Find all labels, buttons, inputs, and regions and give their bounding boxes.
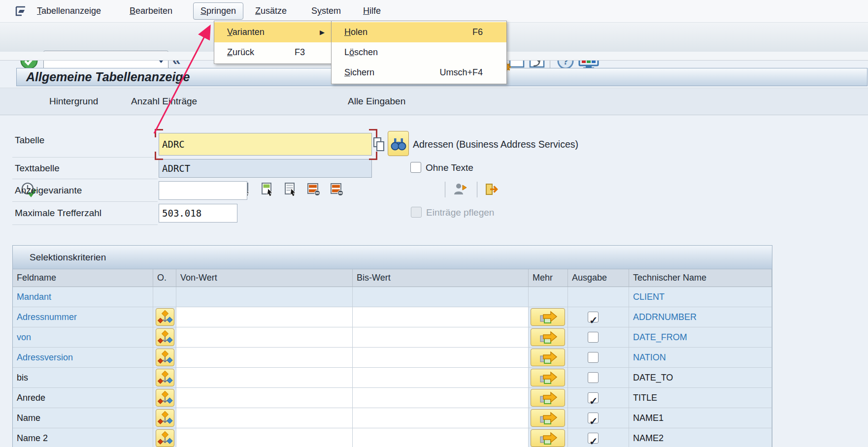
menu-bar: Tabellenanzeige Bearbeiten Springen Zusä… (0, 0, 868, 23)
output-checkbox[interactable] (588, 312, 599, 322)
selection-option-button[interactable] (156, 409, 174, 427)
field-name: bis (13, 368, 153, 387)
delete-all-inputs-icon[interactable] (330, 182, 344, 199)
menu-item-holen[interactable]: Holen F6 (332, 22, 506, 42)
springen-dropdown-menu: Varianten ▶ Zurück F3 (214, 21, 332, 64)
search-binoculars-button[interactable] (388, 131, 409, 156)
von-wert-cell[interactable] (176, 327, 353, 348)
technical-name: NATION (629, 348, 771, 367)
von-wert-cell[interactable] (176, 388, 353, 408)
menu-item-l-schen[interactable]: Löschen (332, 42, 506, 63)
selection-option-button[interactable] (156, 369, 174, 386)
selection-table-row: Anrede (13, 388, 772, 408)
selection-table-row: Name 2 (13, 428, 772, 447)
selection-option-button[interactable] (156, 389, 174, 407)
multiple-selection-button[interactable] (531, 328, 565, 346)
maintain-entries-checkbox[interactable] (411, 207, 422, 218)
select-block-icon[interactable] (261, 182, 275, 199)
output-checkbox[interactable] (588, 413, 599, 423)
table-input[interactable] (159, 133, 372, 156)
focus-corner (369, 152, 377, 160)
multiple-selection-button[interactable] (531, 429, 565, 447)
technical-name: DATE_FROM (629, 327, 771, 347)
text-table-label: Texttabelle (12, 158, 158, 179)
column-header-feldname: Feldname (13, 269, 153, 287)
von-wert-cell[interactable] (176, 408, 353, 428)
selection-criteria-group: Selektionskriterien Feldname O. Von-Wert… (12, 245, 772, 447)
selection-option-button[interactable] (156, 429, 174, 447)
selection-option-button[interactable] (156, 349, 174, 366)
von-wert-cell[interactable] (176, 348, 353, 368)
multiple-selection-button[interactable] (531, 409, 565, 427)
technical-name: TITLE (629, 388, 771, 408)
multiple-selection-button[interactable] (531, 349, 565, 366)
bis-wert-cell[interactable] (353, 327, 529, 348)
von-wert-cell[interactable] (176, 287, 353, 307)
technical-name: CLIENT (629, 287, 771, 307)
bis-wert-cell[interactable] (353, 368, 529, 388)
user-parameters-icon[interactable] (452, 182, 468, 199)
multiple-selection-button[interactable] (531, 389, 565, 407)
focus-corner (369, 129, 377, 137)
von-wert-cell[interactable] (176, 428, 353, 447)
output-checkbox[interactable] (588, 332, 599, 343)
without-texts-checkbox[interactable] (410, 162, 421, 173)
all-inputs-button[interactable]: Alle Eingaben (348, 88, 405, 115)
bis-wert-cell[interactable] (353, 388, 529, 408)
menu-zus-tze[interactable]: Zusätze (255, 3, 287, 19)
max-hits-label: Maximale Trefferzahl (12, 202, 158, 225)
application-toolbar: Hintergrund Anzahl Einträge (0, 88, 868, 115)
max-hits-input[interactable] (159, 204, 237, 223)
von-wert-cell[interactable] (176, 307, 353, 327)
output-checkbox[interactable] (588, 392, 599, 403)
column-header-von-wert: Von-Wert (176, 269, 353, 287)
bis-wert-cell[interactable] (353, 287, 529, 307)
menu-item-zur-ck[interactable]: Zurück F3 (214, 42, 332, 63)
menu-item-sichern[interactable]: Sichern Umsch+F4 (332, 63, 506, 83)
exit-icon[interactable] (485, 182, 501, 199)
selection-table-row: Adressnummer (13, 307, 772, 327)
menu-bearbeiten[interactable]: Bearbeiten (130, 3, 172, 19)
output-checkbox[interactable] (588, 433, 599, 444)
table-label: Tabelle (12, 123, 158, 158)
bis-wert-cell[interactable] (353, 408, 529, 428)
selection-table-row: Name (13, 408, 772, 428)
display-variant-input[interactable] (159, 181, 247, 200)
text-table-input[interactable] (159, 159, 372, 178)
apptoolbar-separator (477, 182, 477, 197)
von-wert-cell[interactable] (176, 368, 353, 388)
bis-wert-cell[interactable] (353, 307, 529, 327)
menu-system[interactable]: System (311, 3, 341, 19)
background-button[interactable]: Hintergrund (49, 88, 98, 115)
system-menu-icon[interactable] (14, 4, 28, 20)
selection-table-row: bis (13, 368, 772, 388)
output-checkbox[interactable] (588, 372, 599, 383)
bis-wert-cell[interactable] (353, 348, 529, 368)
delete-selection-icon[interactable] (306, 182, 321, 199)
selection-option-button[interactable] (156, 328, 174, 346)
multiple-selection-button[interactable] (531, 369, 565, 386)
deselect-all-icon[interactable] (284, 182, 299, 199)
menu-tabellenanzeige[interactable]: Tabellenanzeige (37, 3, 101, 19)
field-name: Mandant (13, 287, 153, 307)
field-name: Anrede (13, 388, 153, 408)
menu-item-varianten[interactable]: Varianten ▶ (214, 22, 332, 42)
output-checkbox[interactable] (588, 352, 599, 363)
field-name: Adressnummer (13, 307, 153, 327)
technical-name: NAME2 (629, 428, 771, 447)
column-header-ausgabe: Ausgabe (568, 269, 629, 287)
field-name: Adressversion (13, 348, 153, 367)
selection-option-button[interactable] (156, 308, 174, 326)
bis-wert-cell[interactable] (353, 428, 529, 447)
selection-table-row: Adressversion (13, 348, 772, 368)
field-name: von (13, 327, 153, 347)
menu-hilfe[interactable]: Hilfe (363, 3, 381, 19)
technical-name: DATE_TO (629, 368, 771, 387)
entry-count-button[interactable]: Anzahl Einträge (131, 88, 197, 115)
menu-springen[interactable]: Springen (193, 2, 243, 20)
selection-table-row: von (13, 327, 772, 348)
technical-name: ADDRNUMBER (629, 307, 771, 327)
page-title: Allgemeine Tabellenanzeige (26, 70, 190, 84)
multiple-selection-button[interactable] (531, 308, 565, 326)
selection-criteria-title: Selektionskriterien (13, 246, 772, 269)
